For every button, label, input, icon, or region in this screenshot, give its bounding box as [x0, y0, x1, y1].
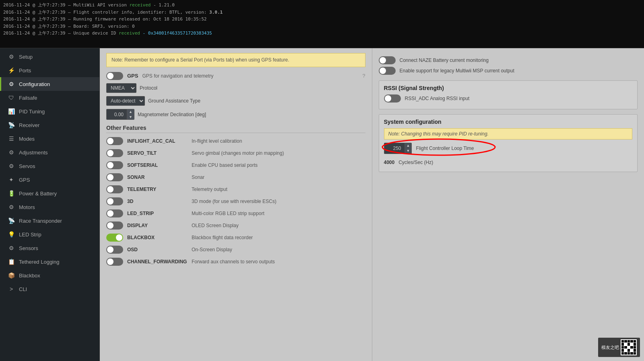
protocol-select[interactable]: NMEA UBLOX MSP	[106, 83, 136, 93]
motors-icon: ⚙	[8, 204, 15, 210]
legacy-msp-label: Enable support for legacy Multiwii MSP c…	[400, 68, 514, 74]
battery-monitor-toggle[interactable]	[379, 56, 396, 64]
sidebar-item-pid-tuning[interactable]: 📊 PID Tuning	[0, 105, 99, 118]
modes-icon: ☰	[8, 135, 15, 142]
feature-3d: 3D 3D mode (for use with reversible ESCs…	[106, 197, 365, 206]
sidebar-item-configuration[interactable]: ⚙ Configuration	[0, 77, 99, 91]
legacy-msp-row: Enable support for legacy Multiwii MSP c…	[379, 67, 638, 75]
watermark: 模友之吧	[598, 338, 640, 357]
sidebar-item-blackbox[interactable]: 📦 Blackbox	[0, 269, 99, 282]
rssi-toggle[interactable]	[384, 94, 401, 103]
qr-code	[621, 339, 637, 355]
logging-icon: 📋	[8, 258, 15, 265]
magnetometer-up[interactable]: ▲	[127, 109, 134, 115]
sidebar-item-sensors[interactable]: ⚙ Sensors	[0, 241, 99, 255]
sidebar-item-failsafe[interactable]: 🛡 Failsafe	[0, 91, 99, 105]
magnetometer-input[interactable]	[107, 111, 127, 119]
battery-monitor-row: Connect NAZE Battery current monitoring	[379, 56, 638, 64]
sidebar-item-tethered-logging[interactable]: 📋 Tethered Logging	[0, 255, 99, 269]
system-note: Note: Changing this may require PID re-t…	[384, 128, 633, 139]
log-line-4: 2016-11-24 @ 上午7:27:39 – Board: SRF3, ve…	[3, 23, 641, 30]
channel-forwarding-toggle[interactable]	[106, 258, 123, 266]
sidebar-item-cli[interactable]: > CLI	[0, 282, 99, 296]
inflight-toggle[interactable]	[106, 137, 123, 145]
led-strip-name: LED_STRIP	[127, 211, 188, 216]
sidebar-item-power-battery[interactable]: 🔋 Power & Battery	[0, 187, 99, 200]
sidebar-item-led-strip[interactable]: 💡 LED Strip	[0, 228, 99, 241]
power-icon: 🔋	[8, 190, 15, 197]
magnetometer-label: Magnetometer Declination [deg]	[138, 112, 206, 117]
3d-desc: 3D mode (for use with reversible ESCs)	[192, 199, 277, 204]
log-line-5: 2016-11-24 @ 上午7:27:39 – Unique device I…	[3, 30, 641, 37]
rssi-section: RSSI (Signal Strength) RSSI_ADC Analog R…	[379, 80, 638, 109]
gps-help-icon: ?	[362, 73, 365, 79]
servo-tilt-desc: Servo gimbal (changes motor pin mapping)	[192, 150, 284, 156]
sidebar-item-receiver[interactable]: 📡 Receiver	[0, 118, 99, 132]
pid-icon: 📊	[8, 108, 15, 115]
right-panel: Connect NAZE Battery current monitoring …	[372, 48, 644, 361]
feature-servo-tilt: SERVO_TILT Servo gimbal (changes motor p…	[106, 148, 365, 158]
legacy-msp-toggle[interactable]	[379, 67, 396, 75]
log-line-2: 2016-11-24 @ 上午7:27:39 – Flight controll…	[3, 9, 641, 16]
gps-desc: GPS for navigation and telemetry	[142, 73, 213, 79]
cycles-value: 4000	[384, 160, 395, 165]
3d-toggle[interactable]	[106, 197, 123, 205]
battery-monitor-label: Connect NAZE Battery current monitoring	[400, 57, 489, 63]
cycles-row: 4000 Cycles/Sec (Hz)	[384, 160, 633, 165]
feature-blackbox: BLACKBOX Blackbox flight data recorder	[106, 233, 365, 242]
softserial-toggle[interactable]	[106, 161, 123, 169]
loop-time-label: Flight Controller Loop Time	[416, 146, 474, 151]
sonar-desc: Sonar	[192, 174, 204, 180]
3d-name: 3D	[127, 199, 188, 204]
display-toggle[interactable]	[106, 222, 123, 230]
ground-assistance-row: Auto-detect GPS ONLY GLONASS BEIDOU Grou…	[106, 96, 365, 106]
sidebar-item-setup[interactable]: ⚙ Setup	[0, 50, 99, 64]
loop-time-input[interactable]	[384, 144, 405, 152]
sidebar-item-modes[interactable]: ☰ Modes	[0, 132, 99, 146]
left-panel: Note: Remember to configure a Serial Por…	[100, 48, 372, 361]
servo-tilt-toggle[interactable]	[106, 149, 123, 157]
sidebar-item-adjustments[interactable]: ⚙ Adjustments	[0, 146, 99, 159]
inflight-name: INFLIGHT_ACC_CAL	[127, 138, 188, 144]
servo-tilt-name: SERVO_TILT	[127, 150, 188, 156]
system-config-title: System configuration	[384, 119, 633, 125]
sidebar-item-ports[interactable]: ⚡ Ports	[0, 64, 99, 77]
gps-row: GPS GPS for navigation and telemetry ?	[106, 72, 365, 80]
loop-time-spinner: ▲ ▼	[384, 143, 412, 154]
cycles-label: Cycles/Sec (Hz)	[398, 160, 433, 165]
gps-toggle[interactable]	[106, 72, 123, 80]
blackbox-name: BLACKBOX	[127, 235, 188, 240]
sidebar-item-gps[interactable]: ✦ GPS	[0, 173, 99, 187]
sidebar-item-race-transponder[interactable]: 📡 Race Transponder	[0, 214, 99, 228]
adjustments-icon: ⚙	[8, 149, 15, 156]
led-icon: 💡	[8, 231, 15, 238]
loop-time-container: ▲ ▼ Flight Controller Loop Time	[384, 143, 474, 156]
telemetry-toggle[interactable]	[106, 185, 123, 193]
led-strip-toggle[interactable]	[106, 209, 123, 217]
osd-toggle[interactable]	[106, 246, 123, 254]
feature-sonar: SONAR Sonar	[106, 172, 365, 182]
protocol-label: Protocol	[140, 85, 157, 91]
blackbox-toggle[interactable]	[106, 234, 123, 242]
sonar-toggle[interactable]	[106, 173, 123, 181]
sidebar-item-motors[interactable]: ⚙ Motors	[0, 200, 99, 214]
blackbox-icon: 📦	[8, 272, 15, 279]
main-layout: ⚙ Setup ⚡ Ports ⚙ Configuration 🛡 Failsa…	[0, 48, 644, 361]
rssi-label: RSSI_ADC Analog RSSI input	[405, 96, 470, 101]
loop-time-down[interactable]: ▼	[405, 148, 412, 154]
loop-time-spinner-btns: ▲ ▼	[405, 143, 412, 154]
led-strip-desc: Multi-color RGB LED strip support	[192, 211, 264, 216]
feature-inflight: INFLIGHT_ACC_CAL In-flight level calibra…	[106, 136, 365, 146]
ground-assistance-select[interactable]: Auto-detect GPS ONLY GLONASS BEIDOU	[106, 96, 145, 106]
setup-icon: ⚙	[8, 53, 15, 60]
magnetometer-down[interactable]: ▼	[127, 115, 134, 120]
loop-time-row: ▲ ▼ Flight Controller Loop Time	[384, 143, 474, 154]
magnetometer-spinner: ▲ ▼	[106, 109, 134, 120]
softserial-name: SOFTSERIAL	[127, 162, 188, 168]
loop-time-up[interactable]: ▲	[405, 143, 412, 148]
inflight-desc: In-flight level calibration	[192, 138, 242, 144]
rssi-toggle-row: RSSI_ADC Analog RSSI input	[384, 94, 633, 103]
feature-telemetry: TELEMETRY Telemetry output	[106, 185, 365, 194]
configuration-icon: ⚙	[8, 81, 15, 87]
sidebar-item-servos[interactable]: ⚙ Servos	[0, 159, 99, 173]
